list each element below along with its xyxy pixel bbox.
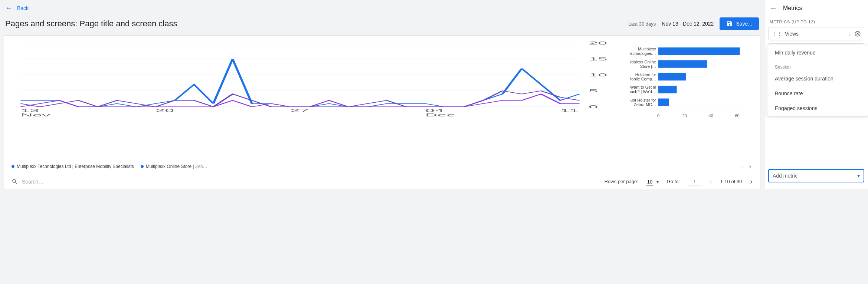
svg-text:Holsters for: Holsters for [635,72,656,77]
goto-input[interactable] [688,178,701,185]
svg-text:Mount Holster for: Mount Holster for [630,98,656,102]
rows-per-page-value[interactable]: 10 [646,178,653,186]
legend-dot-icon [12,165,14,168]
svg-text:Store |…: Store |… [640,64,656,69]
svg-text:20: 20 [682,113,687,118]
search-input[interactable] [22,179,96,185]
legend-item[interactable]: Multiplexx Online Store | Zeb… [141,164,207,169]
metrics-section-label: METRICS (UP TO 12) [768,16,864,27]
svg-rect-28 [658,86,677,93]
svg-text:Multiplexx Online: Multiplexx Online [630,60,656,64]
legend-dot-icon [141,165,144,168]
sidepanel-back-icon[interactable]: ← [770,4,777,12]
svg-text:Technologies…: Technologies… [630,51,656,56]
svg-text:Multiplexx: Multiplexx [638,47,656,51]
svg-text:04: 04 [425,108,444,113]
sort-descending-icon[interactable]: ↓ [848,30,851,37]
svg-text:Mobile Comp…: Mobile Comp… [630,77,656,81]
svg-text:0: 0 [589,105,598,109]
dropdown-item[interactable]: Average session duration [767,71,868,86]
caret-down-icon: ▾ [857,173,860,179]
legend-item[interactable]: Multiplexx Technologies Ltd | Enterprise… [12,164,134,169]
page-next-icon[interactable]: › [750,177,753,186]
add-metric-input[interactable]: Add metric ▾ [768,169,864,182]
svg-text:Nov: Nov [21,113,51,117]
back-arrow-icon[interactable]: ← [5,4,13,12]
page-range: 1-10 of 39 [720,179,742,184]
bar-chart: MultiplexxTechnologies…Multiplexx Online… [630,40,753,118]
svg-text:20: 20 [155,108,174,113]
svg-rect-22 [658,60,707,67]
svg-text:Zebra MC…: Zebra MC… [634,102,656,107]
svg-text:11: 11 [560,108,579,113]
svg-text:15: 15 [589,57,607,61]
svg-rect-19 [658,47,740,55]
add-metric-label: Add metric [773,173,797,179]
line-chart: 0510152013Nov202704Dec11 [12,40,619,118]
legend-prev-icon: ‹ [740,162,744,171]
svg-text:10: 10 [589,73,607,77]
drag-handle-icon[interactable]: ⋮⋮ [772,31,782,37]
svg-text:60: 60 [735,113,739,118]
rows-per-page-label: Rows per page: [605,179,638,184]
svg-text:0: 0 [657,113,659,118]
search-icon [12,178,18,185]
metric-chip-label: Views [785,31,845,37]
svg-rect-31 [658,99,669,106]
metric-dropdown[interactable]: Min daily revenue Session Average sessio… [767,45,868,116]
svg-text:40: 40 [709,113,713,118]
dropdown-item[interactable]: Bounce rate [767,86,868,101]
save-button[interactable]: Save... [720,17,759,30]
date-range[interactable]: Nov 13 - Dec 12, 2022 [662,21,714,27]
legend-next-icon[interactable]: › [748,162,753,171]
page-title: Pages and screens: Page title and screen… [5,19,623,29]
dropdown-item[interactable]: Engaged sessions [767,101,868,116]
save-icon [726,20,733,27]
date-preset-label: Last 30 days [629,21,656,27]
legend-label: Multiplexx Online Store | Zeb… [146,164,207,169]
page-prev-icon: ‹ [710,177,712,186]
legend-label: Multiplexx Technologies Ltd | Enterprise… [17,164,134,169]
remove-icon[interactable] [854,30,861,37]
goto-label: Go to: [667,179,680,184]
dropdown-group-label: Session [767,60,868,71]
save-button-label: Save... [736,21,752,27]
dropdown-item[interactable]: Min daily revenue [767,45,868,60]
svg-text:Touch? | We'd…: Touch? | We'd… [630,89,656,94]
svg-text:27: 27 [291,108,309,113]
chart-legend: Multiplexx Technologies Ltd | Enterprise… [12,159,753,174]
metric-chip-views[interactable]: ⋮⋮ Views ↓ [768,27,864,40]
svg-text:Want to Get in: Want to Get in [630,85,656,89]
svg-text:Dec: Dec [425,113,455,117]
svg-text:20: 20 [589,41,607,45]
sidepanel-title: Metrics [783,5,802,11]
caret-down-icon[interactable]: ▾ [656,179,659,185]
svg-text:5: 5 [589,89,598,93]
back-link[interactable]: Back [17,5,29,11]
svg-rect-25 [658,73,686,80]
svg-text:13: 13 [21,108,39,113]
